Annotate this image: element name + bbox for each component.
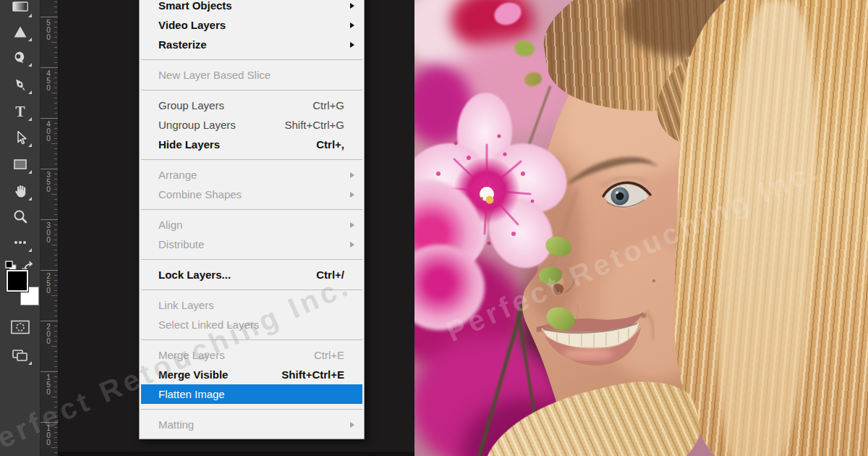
tool-quick-mask-mode[interactable] — [5, 314, 35, 339]
ruler-tick — [54, 128, 57, 129]
ruler-tick — [54, 417, 57, 418]
menu-item-merge-layers: Merge LayersCtrl+E — [140, 345, 364, 365]
ruler-tick — [54, 285, 57, 286]
screen-mode-icon — [11, 347, 30, 364]
tool-dodge-tool[interactable] — [5, 44, 35, 69]
menu-item-ungroup-layers[interactable]: Ungroup LayersShift+Ctrl+G — [140, 115, 364, 135]
submenu-arrow-icon — [346, 42, 354, 48]
menu-item-group-layers[interactable]: Group LayersCtrl+G — [140, 96, 364, 115]
flyout-corner-icon — [28, 197, 32, 200]
tool-pen-tool[interactable] — [5, 72, 35, 97]
ruler-tick — [54, 392, 57, 392]
ruler-tick — [51, 143, 57, 144]
flyout-corner-icon — [28, 361, 32, 365]
edit-toolbar-icon — [12, 234, 29, 251]
hand-tool-icon — [12, 182, 29, 200]
flyout-corner-icon — [28, 63, 32, 67]
ruler-tick — [54, 1, 57, 2]
menu-item-shortcut: Shift+Ctrl+G — [284, 119, 344, 131]
submenu-arrow-icon — [346, 422, 354, 428]
ruler-tick — [54, 240, 57, 240]
ruler-tick — [54, 209, 57, 210]
foreground-color-chip[interactable] — [7, 270, 28, 292]
flyout-corner-icon — [28, 117, 32, 121]
ruler-tick — [54, 376, 57, 377]
ruler-tick — [54, 204, 57, 205]
tool-gradient-tool[interactable] — [5, 0, 35, 20]
menu-item-label: Ungroup Layers — [158, 119, 284, 131]
tool-zoom-tool[interactable] — [5, 203, 35, 229]
flyout-corner-icon — [28, 143, 32, 147]
menu-item-label: Matting — [158, 418, 346, 431]
ruler-tick — [54, 427, 57, 428]
ruler-tick — [51, 93, 57, 93]
svg-text:T: T — [15, 103, 25, 119]
tool-type-tool[interactable]: T — [5, 98, 35, 124]
ruler-tick — [51, 447, 57, 448]
document-canvas[interactable] — [414, 0, 868, 456]
ruler-tick — [54, 32, 57, 33]
ruler-label: 100 — [44, 425, 53, 447]
menu-item-lock-layers-[interactable]: Lock Layers...Ctrl+/ — [140, 265, 364, 284]
ruler-label: 200 — [44, 324, 53, 345]
zoom-tool-icon — [12, 208, 29, 225]
ruler-tick — [54, 341, 57, 342]
ruler-tick — [54, 98, 57, 98]
ruler-tick — [54, 133, 57, 134]
menu-item-flatten-image[interactable]: Flatten Image — [141, 384, 362, 404]
flyout-corner-icon — [28, 90, 32, 94]
ruler-tick — [54, 275, 57, 276]
tool-shape-tool[interactable] — [5, 19, 35, 44]
ruler-tick — [54, 103, 57, 104]
menu-item-merge-visible[interactable]: Merge VisibleShift+Ctrl+E — [140, 365, 364, 384]
submenu-arrow-icon — [346, 192, 354, 198]
tool-edit-toolbar[interactable] — [5, 229, 35, 255]
ruler-tick — [54, 361, 57, 362]
ruler-tick — [54, 123, 57, 124]
ruler-tick — [54, 83, 57, 83]
ruler-tick — [54, 184, 57, 185]
menu-item-rasterize[interactable]: Rasterize — [140, 35, 364, 54]
ruler-tick — [54, 452, 57, 453]
ruler-tick — [51, 42, 57, 43]
ruler-tick — [54, 62, 57, 63]
menu-item-label: Distribute — [158, 238, 346, 250]
ruler-tick — [54, 113, 57, 114]
ruler-major-line — [41, 321, 58, 321]
menu-item-hide-layers[interactable]: Hide LayersCtrl+, — [140, 135, 364, 154]
menu-separator — [140, 85, 364, 96]
ruler-tick — [54, 336, 57, 337]
ruler-tick — [54, 412, 57, 413]
menu-separator — [140, 204, 364, 215]
menu-item-shortcut: Ctrl+E — [314, 349, 344, 361]
tool-hand-tool[interactable] — [5, 178, 35, 203]
vertical-ruler[interactable]: 500450400350300250200150100 — [41, 0, 59, 456]
ruler-label: 250 — [44, 273, 53, 295]
ruler-tick — [54, 265, 57, 266]
ruler-tick — [54, 331, 57, 332]
tool-screen-mode[interactable] — [5, 342, 35, 368]
tool-path-selection-tool[interactable] — [5, 124, 35, 150]
ruler-tick — [54, 402, 57, 402]
ruler-tick — [54, 290, 57, 291]
tool-rectangle-tool[interactable] — [5, 151, 35, 177]
ruler-tick — [54, 189, 57, 190]
ruler-tick — [54, 351, 57, 352]
ruler-tick — [54, 366, 57, 367]
menu-item-distribute: Distribute — [140, 235, 364, 254]
menu-item-video-layers[interactable]: Video Layers — [140, 15, 364, 35]
menu-item-label: Lock Layers... — [158, 269, 316, 281]
ruler-tick — [54, 356, 57, 357]
flyout-corner-icon — [28, 170, 32, 174]
submenu-arrow-icon — [346, 222, 354, 228]
ruler-label: 350 — [44, 172, 53, 193]
ruler-tick — [54, 174, 57, 174]
ruler-tick — [51, 245, 57, 245]
ruler-major-line — [41, 67, 58, 68]
submenu-arrow-icon — [346, 3, 354, 9]
ruler-tick — [54, 159, 57, 159]
menu-item-label: Rasterize — [158, 38, 346, 51]
menu-item-smart-objects[interactable]: Smart Objects — [140, 0, 364, 15]
ruler-label: 500 — [44, 20, 53, 41]
ruler-tick — [51, 346, 57, 347]
